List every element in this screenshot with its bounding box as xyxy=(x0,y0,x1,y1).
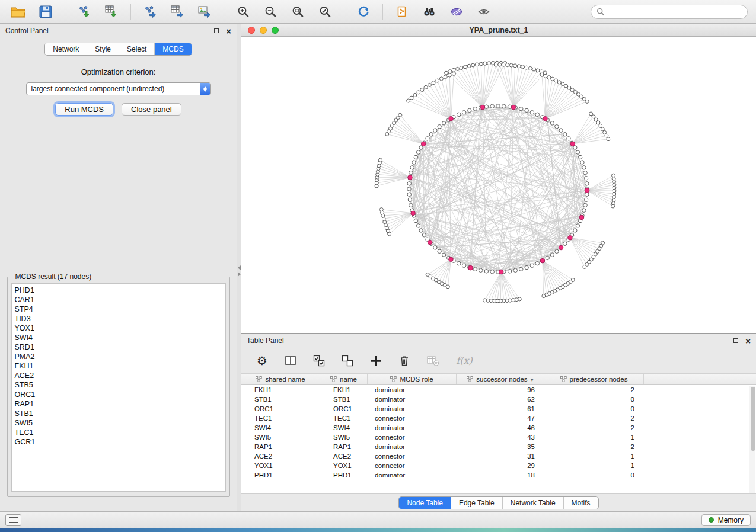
table-row[interactable]: SWI5SWI5connector431 xyxy=(241,432,756,442)
duplicate-network-icon xyxy=(395,5,409,18)
node-table-body: FKH1FKH1dominator962STB1STB1dominator620… xyxy=(241,385,756,480)
expand-right-icon[interactable] xyxy=(238,272,241,277)
hide-details-button[interactable] xyxy=(446,3,467,21)
table-cell: 2 xyxy=(544,415,644,422)
mcds-result-item[interactable]: SWI4 xyxy=(15,333,222,342)
column-header-name[interactable]: name xyxy=(320,374,368,384)
mcds-result-item[interactable]: GCR1 xyxy=(15,437,222,447)
tab-style[interactable]: Style xyxy=(87,43,119,55)
find-button[interactable] xyxy=(419,3,439,21)
tab-node-table[interactable]: Node Table xyxy=(399,497,451,509)
mcds-result-item[interactable]: TEC1 xyxy=(15,428,222,437)
table-row[interactable]: PHD1PHD1dominator180 xyxy=(241,470,756,480)
mcds-result-item[interactable]: YOX1 xyxy=(15,323,222,333)
table-cell: 2 xyxy=(544,443,644,450)
export-image-button[interactable] xyxy=(194,3,215,21)
column-header-MCDS-role[interactable]: MCDS role xyxy=(368,374,457,384)
tab-network-table[interactable]: Network Table xyxy=(503,497,564,509)
mcds-result-list[interactable]: PHD1CAR1STP4TID3YOX1SWI4SRD1PMA2FKH1ACE2… xyxy=(11,283,226,492)
mcds-result-item[interactable]: ACE2 xyxy=(15,371,222,380)
zoom-in-button[interactable] xyxy=(233,3,253,21)
column-header-shared-name[interactable]: shared name xyxy=(241,374,320,384)
show-columns-button[interactable] xyxy=(283,353,298,368)
import-network-button[interactable] xyxy=(74,3,94,21)
mcds-result-item[interactable]: ORC1 xyxy=(15,390,222,399)
table-vertical-scrollbar[interactable] xyxy=(749,386,755,493)
table-row[interactable]: YOX1YOX1connector291 xyxy=(241,461,756,470)
open-session-button[interactable] xyxy=(8,3,28,21)
run-mcds-button[interactable]: Run MCDS xyxy=(55,103,113,116)
table-cell: 29 xyxy=(457,462,544,469)
zoom-selected-button[interactable] xyxy=(315,3,335,21)
float-table-panel-icon[interactable] xyxy=(733,338,738,343)
scrollbar-thumb[interactable] xyxy=(751,387,755,451)
tab-network[interactable]: Network xyxy=(45,43,87,55)
mcds-result-item[interactable]: SWI5 xyxy=(15,418,222,428)
column-header-successor-nodes[interactable]: successor nodes▾ xyxy=(457,374,544,384)
show-details-button[interactable] xyxy=(474,3,494,21)
zoom-in-icon xyxy=(237,5,250,18)
table-row[interactable]: ACE2ACE2connector311 xyxy=(241,451,756,461)
table-cell: connector xyxy=(368,453,457,460)
panel-menu-button[interactable] xyxy=(5,514,21,526)
minimize-window-icon[interactable] xyxy=(260,27,267,34)
table-panel: Table Panel × ⚙ xyxy=(241,334,756,511)
export-table-button[interactable] xyxy=(167,3,187,21)
save-session-button[interactable] xyxy=(36,3,56,21)
close-panel-icon[interactable]: × xyxy=(226,27,231,36)
mcds-result-item[interactable]: RAP1 xyxy=(15,399,222,409)
float-panel-icon[interactable] xyxy=(214,28,219,33)
refresh-button[interactable] xyxy=(353,3,374,21)
tab-motifs[interactable]: Motifs xyxy=(564,497,598,509)
splitter-collapse-icons[interactable] xyxy=(237,265,241,277)
close-window-icon[interactable] xyxy=(248,27,255,34)
column-type-icon xyxy=(390,376,397,382)
search-box[interactable] xyxy=(591,5,748,19)
optimization-criterion-label: Optimization criterion: xyxy=(81,68,156,76)
mcds-result-item[interactable]: SRD1 xyxy=(15,342,222,352)
mcds-result-item[interactable]: STB1 xyxy=(15,409,222,418)
import-table-button[interactable] xyxy=(101,3,122,21)
panel-splitter[interactable] xyxy=(237,24,241,511)
table-row[interactable]: STB1STB1dominator620 xyxy=(241,395,756,404)
table-row[interactable]: ORC1ORC1dominator610 xyxy=(241,404,756,414)
trash-icon xyxy=(398,354,411,367)
tab-mcds[interactable]: MCDS xyxy=(155,43,191,55)
duplicate-network-button[interactable] xyxy=(392,3,412,21)
deselect-all-button[interactable] xyxy=(340,353,355,368)
select-all-button[interactable] xyxy=(311,353,327,368)
table-row[interactable]: FKH1FKH1dominator962 xyxy=(241,385,756,395)
add-column-button[interactable] xyxy=(368,353,384,368)
column-header-predecessor-nodes[interactable]: predecessor nodes xyxy=(544,374,644,384)
search-input[interactable] xyxy=(608,7,742,17)
memory-status-icon xyxy=(709,517,714,523)
mcds-result-item[interactable]: STB5 xyxy=(15,380,222,390)
table-row[interactable]: RAP1RAP1dominator352 xyxy=(241,442,756,451)
delete-column-button[interactable] xyxy=(397,353,412,368)
close-table-panel-icon[interactable]: × xyxy=(745,336,751,345)
tab-select[interactable]: Select xyxy=(119,43,155,55)
export-network-button[interactable] xyxy=(140,3,160,21)
mcds-result-item[interactable]: FKH1 xyxy=(15,361,222,371)
criterion-dropdown[interactable]: largest connected component (undirected) xyxy=(26,82,211,95)
collapse-left-icon[interactable] xyxy=(238,265,241,270)
maximize-window-icon[interactable] xyxy=(272,27,279,34)
mcds-result-item[interactable]: PHD1 xyxy=(15,286,222,295)
mcds-result-item[interactable]: CAR1 xyxy=(15,295,222,305)
mcds-result-item[interactable]: PMA2 xyxy=(15,352,222,361)
table-settings-button[interactable]: ⚙ xyxy=(254,353,270,368)
zoom-out-button[interactable] xyxy=(260,3,280,21)
mcds-result-item[interactable]: STP4 xyxy=(15,305,222,314)
network-canvas[interactable] xyxy=(241,37,756,333)
zoom-fit-button[interactable] xyxy=(288,3,308,21)
close-panel-button[interactable]: Close panel xyxy=(122,103,181,116)
table-cell: PHD1 xyxy=(241,472,320,479)
table-row[interactable]: TEC1TEC1connector472 xyxy=(241,414,756,423)
tab-edge-table[interactable]: Edge Table xyxy=(451,497,503,509)
control-panel: Control Panel × NetworkStyleSelectMCDS O… xyxy=(0,24,237,511)
mcds-result-item[interactable]: TID3 xyxy=(15,314,222,323)
deselect-all-icon xyxy=(341,354,354,367)
table-row[interactable]: SWI4SWI4dominator462 xyxy=(241,423,756,432)
memory-button[interactable]: Memory xyxy=(701,514,751,526)
table-toolbar: ⚙ xyxy=(241,348,756,374)
